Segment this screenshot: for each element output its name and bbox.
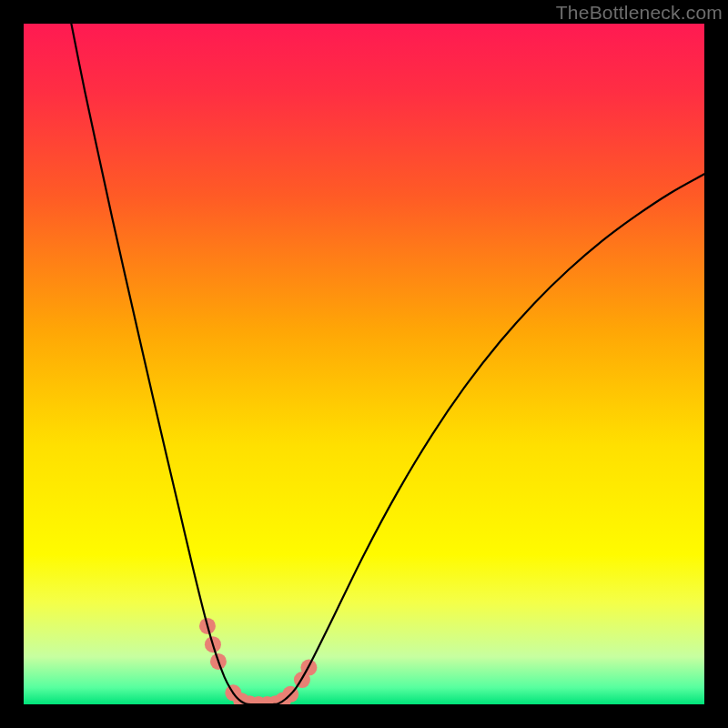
- chart-frame: [24, 24, 704, 704]
- bottleneck-chart: [24, 24, 704, 704]
- gradient-background: [24, 24, 704, 704]
- watermark-text: TheBottleneck.com: [556, 2, 723, 24]
